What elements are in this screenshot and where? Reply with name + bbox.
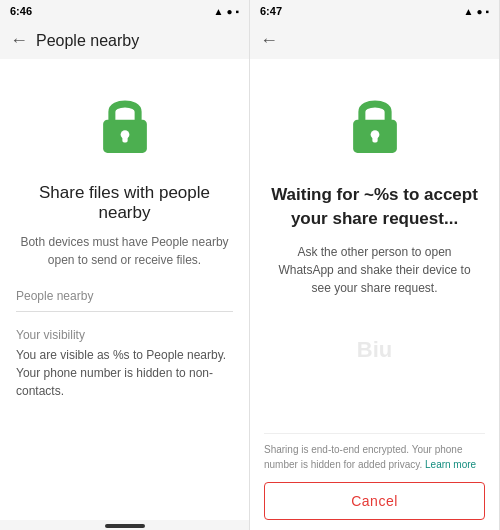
left-content: Share files with people nearby Both devi… (0, 59, 249, 520)
right-screen: 6:47 ▲ ● ▪ ← Waiting for ~%s to accept y… (250, 0, 500, 530)
time-left: 6:46 (10, 5, 32, 17)
status-icons-right: ▲ ● ▪ (464, 6, 490, 17)
lock-icon-left (90, 89, 160, 159)
battery-icon-right: ▪ (485, 6, 489, 17)
encryption-note: Sharing is end-to-end encrypted. Your ph… (264, 433, 485, 472)
status-bar-left: 6:46 ▲ ● ▪ (0, 0, 249, 22)
learn-more-link[interactable]: Learn more (425, 459, 476, 470)
field-value (16, 305, 233, 312)
back-button-right[interactable]: ← (260, 30, 278, 51)
lock-icon-container-right (340, 89, 410, 163)
svg-rect-5 (372, 135, 377, 143)
lock-icon-right (340, 89, 410, 159)
visibility-label: Your visibility (16, 328, 233, 342)
battery-icon: ▪ (235, 6, 239, 17)
svg-rect-2 (122, 135, 127, 143)
status-bar-right: 6:47 ▲ ● ▪ (250, 0, 499, 22)
waiting-desc: Ask the other person to open WhatsApp an… (266, 243, 483, 297)
share-desc: Both devices must have People nearby ope… (16, 233, 233, 269)
nav-indicator-left (0, 520, 249, 530)
waiting-title: Waiting for ~%s to accept your share req… (266, 183, 483, 231)
wifi-icon-right: ● (476, 6, 482, 17)
field-label: People nearby (16, 289, 233, 303)
top-bar-left: ← People nearby (0, 22, 249, 59)
right-content: Waiting for ~%s to accept your share req… (250, 59, 499, 423)
bottom-section: Sharing is end-to-end encrypted. Your ph… (250, 423, 499, 530)
time-right: 6:47 (260, 5, 282, 17)
nav-bar-left (105, 524, 145, 528)
signal-icon-right: ▲ (464, 6, 474, 17)
cancel-button[interactable]: Cancel (264, 482, 485, 520)
lock-icon-container-left (90, 89, 160, 163)
screen-title-left: People nearby (36, 32, 139, 50)
top-bar-right: ← (250, 22, 499, 59)
signal-icon: ▲ (214, 6, 224, 17)
wifi-icon: ● (226, 6, 232, 17)
left-screen: 6:46 ▲ ● ▪ ← People nearby Share files w… (0, 0, 250, 530)
visibility-section: Your visibility You are visible as %s to… (16, 328, 233, 400)
back-button-left[interactable]: ← (10, 30, 28, 51)
watermark-right: Biu (357, 337, 392, 363)
status-icons-left: ▲ ● ▪ (214, 6, 240, 17)
share-title: Share files with people nearby (16, 183, 233, 223)
visibility-text: You are visible as %s to People nearby. … (16, 346, 233, 400)
